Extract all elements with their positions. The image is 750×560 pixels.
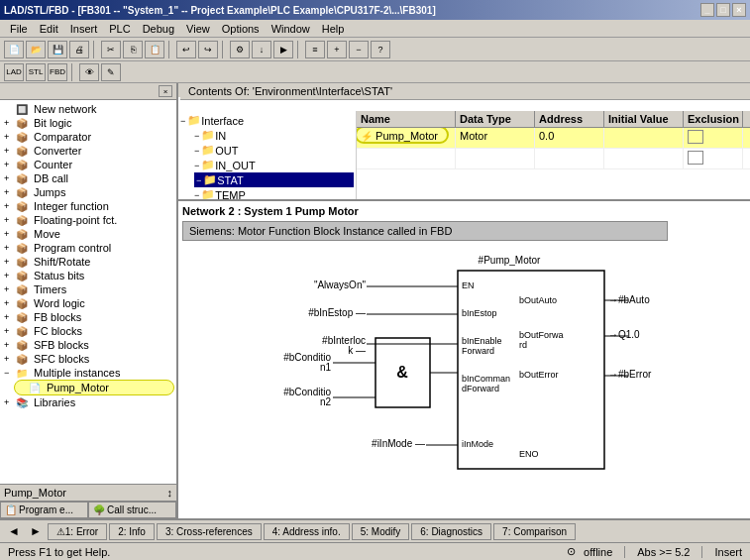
- sidebar-item-status-bits[interactable]: + 📦 Status bits: [2, 269, 174, 282]
- table-row[interactable]: ⚡ Pump_Motor Motor 0.0: [357, 128, 750, 149]
- sidebar-item-fc-blocks[interactable]: + 📦 FC blocks: [2, 324, 174, 338]
- sidebar-item-floating-point[interactable]: + 📦 Floating-point fct.: [2, 213, 174, 227]
- tab-nav-right[interactable]: ►: [26, 524, 46, 538]
- maximize-button[interactable]: □: [716, 3, 730, 17]
- sidebar-item-label: SFC blocks: [34, 353, 89, 365]
- sidebar-item-timers[interactable]: + 📦 Timers: [2, 282, 174, 296]
- port-boutauto: bOutAuto: [519, 295, 557, 305]
- sidebar-item-new-network[interactable]: 🔲 New network: [2, 102, 174, 116]
- table-row-empty[interactable]: [357, 149, 750, 169]
- print-button[interactable]: 🖨: [69, 41, 89, 58]
- tab-address-info[interactable]: 4: Address info.: [264, 523, 350, 540]
- cut-button[interactable]: ✂: [101, 41, 121, 58]
- sidebar-item-converter[interactable]: + 📦 Converter: [2, 144, 174, 158]
- sidebar-item-integer-function[interactable]: + 📦 Integer function: [2, 199, 174, 213]
- iface-out[interactable]: − 📁 OUT: [194, 143, 354, 158]
- network-area[interactable]: Network 2 : System 1 Pump Motor Siemens:…: [178, 201, 750, 518]
- help-button[interactable]: ?: [371, 41, 390, 58]
- sidebar-item-jumps[interactable]: + 📦 Jumps: [2, 185, 174, 199]
- download-button[interactable]: ↓: [252, 41, 271, 58]
- sidebar-item-shift-rotate[interactable]: + 📦 Shift/Rotate: [2, 255, 174, 269]
- iface-temp[interactable]: − 📁 TEMP: [194, 187, 354, 199]
- paste-button[interactable]: 📋: [145, 41, 164, 58]
- menu-view[interactable]: View: [180, 22, 216, 36]
- sidebar-item-multiple-instances[interactable]: − 📁 Multiple instances: [2, 366, 174, 380]
- sidebar-item-label: DB call: [34, 172, 68, 184]
- sidebar-item-counter[interactable]: + 📦 Counter: [2, 158, 174, 171]
- network-view-button[interactable]: ≡: [305, 41, 325, 58]
- iface-in[interactable]: − 📁 IN: [194, 128, 354, 143]
- iface-label: OUT: [215, 145, 238, 157]
- sidebar-item-word-logic[interactable]: + 📦 Word logic: [2, 296, 174, 310]
- menu-window[interactable]: Window: [266, 22, 316, 36]
- open-button[interactable]: 📂: [26, 41, 46, 58]
- tab-cross-references[interactable]: 3: Cross-references: [157, 523, 262, 540]
- sidebar-item-bit-logic[interactable]: + 📦 Bit logic: [2, 116, 174, 130]
- menu-insert[interactable]: Insert: [64, 22, 104, 36]
- sidebar-item-comparator[interactable]: + 📦 Comparator: [2, 130, 174, 144]
- close-button[interactable]: ×: [732, 3, 746, 17]
- tab-info[interactable]: 2: Info: [109, 523, 155, 540]
- tab-comparison[interactable]: 7: Comparison: [493, 523, 576, 540]
- tab-modify[interactable]: 5: Modify: [352, 523, 410, 540]
- iface-label: TEMP: [215, 189, 246, 200]
- program-elements-icon: 📋: [5, 504, 17, 515]
- iface-interface[interactable]: − 📁 Interface: [180, 113, 354, 128]
- call-structure-tab[interactable]: 🌳 Call struc...: [88, 502, 176, 518]
- sidebar-item-sfb-blocks[interactable]: + 📦 SFB blocks: [2, 338, 174, 352]
- iface-stat[interactable]: − 📁 STAT: [194, 172, 354, 187]
- tab-error[interactable]: ⚠ 1: Error: [48, 523, 107, 540]
- comparator-icon: 📦: [16, 132, 32, 143]
- modify-button[interactable]: ✎: [101, 63, 121, 81]
- status-bar: Press F1 to get Help. ⊙ offline Abs >= 5…: [0, 542, 750, 560]
- sidebar-item-fb-blocks[interactable]: + 📦 FB blocks: [2, 310, 174, 324]
- zoom-out-button[interactable]: −: [349, 41, 369, 58]
- sidebar-item-move[interactable]: + 📦 Move: [2, 227, 174, 241]
- exclusion-checkbox2[interactable]: [688, 151, 703, 165]
- exclusion-checkbox[interactable]: [688, 130, 703, 144]
- port-iinmode: iInMode: [462, 439, 493, 449]
- menu-help[interactable]: Help: [316, 22, 351, 36]
- iface-icon: 📁: [201, 159, 215, 171]
- run-button[interactable]: ▶: [273, 41, 293, 58]
- sidebar-item-program-control[interactable]: + 📦 Program control: [2, 241, 174, 255]
- fbd-button[interactable]: FBD: [48, 63, 67, 81]
- sidebar-close-btn[interactable]: ×: [159, 85, 172, 97]
- block-instance-title: #Pump_Motor: [479, 255, 541, 266]
- sidebar-item-libraries[interactable]: + 📚 Libraries: [2, 395, 174, 409]
- table-body: ⚡ Pump_Motor Motor 0.0: [357, 128, 750, 199]
- compile-button[interactable]: ⚙: [230, 41, 250, 58]
- tab-diagnostics[interactable]: 6: Diagnostics: [411, 523, 491, 540]
- sidebar-item-db-call[interactable]: + 📦 DB call: [2, 171, 174, 185]
- status-tabs-bar: ◄ ► ⚠ 1: Error 2: Info 3: Cross-referenc…: [0, 518, 750, 542]
- new-button[interactable]: 📄: [4, 41, 24, 58]
- interface-table: Name Data Type Address Initial Value Exc…: [357, 111, 750, 199]
- stl-button[interactable]: STL: [26, 63, 46, 81]
- lad-button[interactable]: LAD: [4, 63, 24, 81]
- iface-icon: 📁: [201, 144, 215, 157]
- iface-in-out[interactable]: − 📁 IN_OUT: [194, 158, 354, 172]
- menu-edit[interactable]: Edit: [34, 22, 64, 36]
- program-control-icon: 📦: [16, 243, 32, 254]
- menu-file[interactable]: File: [4, 22, 34, 36]
- sidebar-item-label: Bit logic: [34, 117, 72, 129]
- sidebar-item-label: Integer function: [34, 200, 109, 212]
- status-abs: Abs >= 5.2: [637, 546, 690, 558]
- sidebar-item-sfc-blocks[interactable]: + 📦 SFC blocks: [2, 352, 174, 366]
- menu-debug[interactable]: Debug: [137, 22, 180, 36]
- sidebar-item-pump-motor[interactable]: 📄 Pump_Motor: [14, 380, 174, 395]
- zoom-in-button[interactable]: +: [327, 41, 347, 58]
- menu-plc[interactable]: PLC: [103, 22, 136, 36]
- menu-options[interactable]: Options: [216, 22, 266, 36]
- redo-button[interactable]: ↪: [198, 41, 218, 58]
- monitor-button[interactable]: 👁: [79, 63, 99, 81]
- tab-nav-left[interactable]: ◄: [4, 524, 24, 538]
- save-button[interactable]: 💾: [48, 41, 67, 58]
- sep5: [71, 63, 75, 81]
- status-insert: Insert: [714, 546, 742, 558]
- undo-button[interactable]: ↩: [176, 41, 196, 58]
- minimize-button[interactable]: _: [700, 3, 714, 17]
- move-icon: 📦: [16, 229, 32, 240]
- copy-button[interactable]: ⎘: [123, 41, 143, 58]
- program-elements-tab[interactable]: 📋 Program e...: [0, 502, 88, 518]
